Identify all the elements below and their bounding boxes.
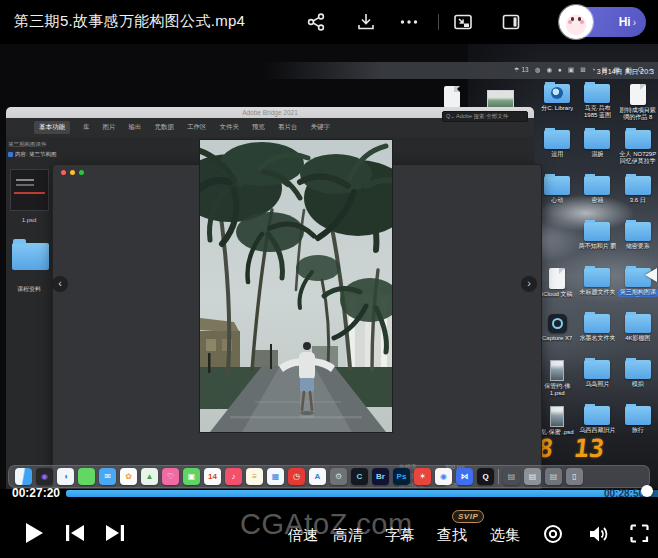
dock-app-icon[interactable]: A (309, 468, 326, 485)
bridge-tab[interactable]: 库 (83, 123, 90, 132)
desktop-item[interactable]: 密籍 (577, 174, 617, 220)
dock-app-icon[interactable]: ▤ (545, 468, 562, 485)
folder-icon[interactable] (544, 130, 570, 149)
folder-icon[interactable] (584, 406, 610, 425)
desktop-item[interactable]: 储密要系 (618, 220, 658, 266)
desktop-item[interactable] (537, 220, 577, 266)
dock-app-icon[interactable]: ≡ (246, 468, 263, 485)
previous-button[interactable] (66, 525, 84, 541)
prev-image-button[interactable]: ‹ (52, 276, 68, 292)
folder-icon[interactable] (584, 222, 610, 241)
dock-app-icon[interactable]: ◷ (288, 468, 305, 485)
dock-app-icon[interactable]: ⚙ (330, 468, 347, 485)
dock-app-icon[interactable]: ◑ (57, 468, 74, 485)
episodes-button[interactable]: 选集 (490, 526, 520, 545)
desktop-item[interactable]: 全人 NO729P 回忆伊莫拉学 (618, 128, 658, 174)
folder-icon[interactable] (544, 176, 570, 195)
more-icon[interactable] (398, 11, 420, 33)
next-image-button[interactable]: › (521, 276, 537, 292)
dock-app-icon[interactable]: ✶ (414, 468, 431, 485)
progress-bar[interactable] (66, 490, 658, 497)
desktop-item[interactable]: 3.6 日 (618, 174, 658, 220)
desktop-item[interactable]: 心动 (537, 174, 577, 220)
desktop-item[interactable]: 剧特成项目紫绸的作品 8 (618, 82, 658, 128)
desktop-item[interactable]: 运用 (537, 128, 577, 174)
folder-icon[interactable] (630, 84, 646, 105)
download-icon[interactable] (355, 11, 377, 33)
desktop-item[interactable]: 马克·吕布 1985 蓝图 (577, 82, 617, 128)
folder-icon[interactable] (625, 314, 651, 333)
dock-app-icon[interactable] (15, 468, 32, 485)
dock-app-icon[interactable]: ▲ (141, 468, 158, 485)
folder-icon[interactable] (549, 268, 565, 289)
record-icon[interactable] (543, 524, 563, 544)
subtitles-button[interactable]: 字幕 (385, 526, 415, 545)
mini-window-icon[interactable] (500, 11, 522, 33)
bridge-tab[interactable]: 预览 (252, 123, 265, 132)
bridge-tab[interactable]: 文件夹 (220, 123, 240, 132)
picture-in-picture-icon[interactable] (452, 11, 474, 33)
folder-icon[interactable] (584, 84, 610, 103)
folder-icon[interactable] (625, 360, 651, 379)
bridge-breadcrumb[interactable]: 第三期构图课件 (8, 141, 128, 148)
dock-app-icon[interactable]: ⋈ (456, 468, 473, 485)
folder-icon[interactable] (625, 130, 651, 149)
dock-app-icon[interactable]: 14 (204, 468, 221, 485)
folder-icon[interactable] (625, 222, 651, 241)
bridge-tab[interactable]: 基本功能 (34, 121, 70, 134)
dock-app-icon[interactable]: ▦ (267, 468, 284, 485)
folder-icon[interactable] (625, 406, 651, 425)
dock-app-icon[interactable]: ◉ (435, 468, 452, 485)
desktop-item[interactable]: 分C. Library (537, 82, 577, 128)
dock-app-icon[interactable]: ♡ (162, 468, 179, 485)
bridge-search-input[interactable]: Q⌄ Adobe 搜索·全部文件 (442, 111, 528, 122)
minimize-traffic-light[interactable] (70, 170, 75, 175)
dock-app-icon[interactable]: Br (372, 468, 389, 485)
folder-icon[interactable] (544, 84, 570, 103)
fullscreen-icon[interactable] (630, 524, 649, 543)
folder-icon[interactable] (625, 176, 651, 195)
folder-icon[interactable] (584, 176, 610, 195)
dock-app-icon[interactable]: ✿ (120, 468, 137, 485)
bridge-tab[interactable]: 图片 (103, 123, 116, 132)
psd-thumbnail[interactable] (10, 169, 49, 211)
account-button[interactable]: Hi › (562, 7, 646, 37)
desktop-item[interactable]: 保管约·佛 1.psd (537, 358, 577, 404)
folder-icon[interactable] (584, 314, 610, 333)
desktop-item[interactable]: 未标题文件夹 (577, 266, 617, 312)
desktop-item[interactable]: 乌岛照片 (577, 358, 617, 404)
progress-knob[interactable] (641, 485, 653, 497)
dock-app-icon[interactable]: ✉ (99, 468, 116, 485)
volume-icon[interactable] (588, 524, 609, 544)
next-button[interactable] (106, 525, 124, 541)
folder-icon[interactable] (584, 130, 610, 149)
dock-app-icon[interactable]: ♪ (225, 468, 242, 485)
folder-icon[interactable] (548, 314, 567, 333)
desktop-item[interactable]: 温婉 (577, 128, 617, 174)
dock-app-icon[interactable] (78, 468, 95, 485)
bridge-tab[interactable]: 输出 (129, 123, 142, 132)
desktop-item[interactable]: 水墨名文件夹 (577, 312, 617, 358)
bridge-tab[interactable]: 关键字 (311, 123, 331, 132)
dock-app-icon[interactable]: ▣ (183, 468, 200, 485)
folder-icon[interactable] (584, 268, 610, 287)
dock-app-icon[interactable]: C (351, 468, 368, 485)
bridge-tab[interactable]: 元数据 (155, 123, 175, 132)
share-icon[interactable] (305, 11, 327, 33)
dock-app-icon[interactable] (498, 469, 499, 484)
dock-app-icon[interactable]: Ps (393, 468, 410, 485)
play-button[interactable] (24, 522, 44, 544)
photo-preview[interactable] (200, 140, 392, 432)
desktop-item[interactable]: 旅行 (618, 404, 658, 450)
desktop-item[interactable]: 模拟 (618, 358, 658, 404)
video-content[interactable]: ☂ 13◍◉●▣⊞◔▤▦◧Q◓ 3月14日 周日 20:3 分C. Librar… (0, 44, 658, 489)
dock-app-icon[interactable]: Q (477, 468, 494, 485)
folder-icon[interactable] (584, 360, 610, 379)
find-button[interactable]: 查找 (437, 526, 467, 545)
folder-icon[interactable] (550, 406, 564, 427)
bridge-tab[interactable]: 工作区 (187, 123, 207, 132)
close-traffic-light[interactable] (61, 170, 66, 175)
desktop-item[interactable]: 4K影棚图 (618, 312, 658, 358)
desktop-photo-icon[interactable] (487, 90, 514, 108)
desktop-item[interactable]: iCloud 文稿 (537, 266, 577, 312)
